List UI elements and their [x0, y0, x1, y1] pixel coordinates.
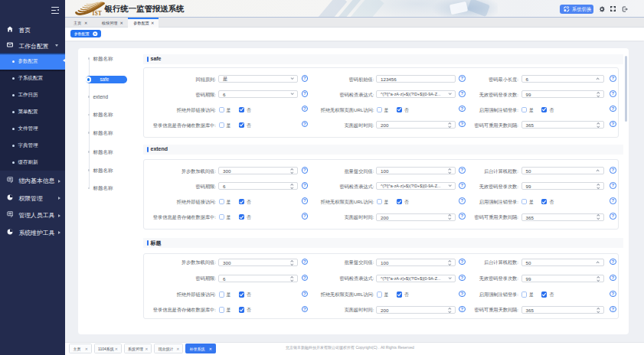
svg-text:IST: IST	[93, 11, 103, 17]
